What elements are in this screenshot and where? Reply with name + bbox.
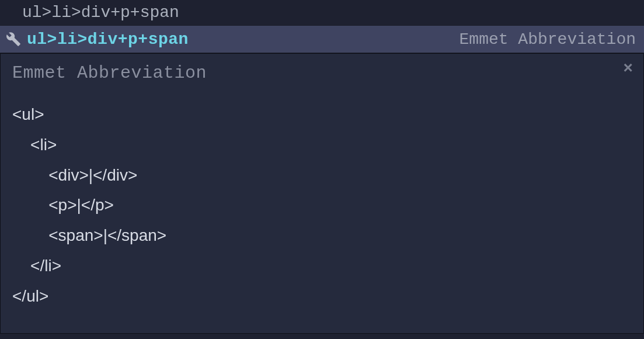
code-line: <li> (12, 136, 57, 154)
code-line: <span>|</span> (12, 226, 166, 244)
suggestion-match-text: ul>li>div+p+span (27, 30, 189, 49)
code-line: <div>|</div> (12, 166, 137, 184)
editor-input-text: ul>li>div+p+span (22, 4, 179, 22)
autocomplete-suggestion-row[interactable]: ul>li>div+p+span Emmet Abbreviation (0, 25, 644, 53)
preview-panel-title: Emmet Abbreviation (12, 63, 632, 83)
wrench-icon (6, 32, 21, 47)
emmet-preview-panel: × Emmet Abbreviation <ul> <li> <div>|</d… (0, 53, 644, 334)
code-line: </ul> (12, 287, 48, 305)
editor-input[interactable]: ul>li>div+p+span (0, 0, 644, 25)
code-line: </li> (12, 257, 61, 275)
code-preview-block: <ul> <li> <div>|</div> <p>|</p> <span>|<… (12, 99, 632, 312)
suggestion-left-group: ul>li>div+p+span (6, 30, 189, 49)
code-line: <p>|</p> (12, 196, 114, 214)
code-line: <ul> (12, 105, 44, 123)
close-icon[interactable]: × (623, 61, 633, 77)
suggestion-category-label: Emmet Abbreviation (459, 30, 636, 49)
